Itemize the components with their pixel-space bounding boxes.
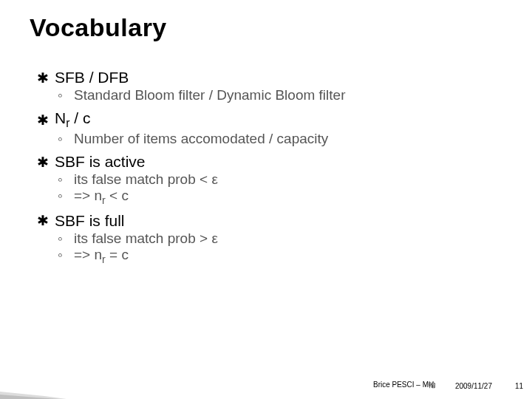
main-list: ✱ SFB / DFB ◦ Standard Bloom filter / Dy…	[30, 69, 502, 265]
item-head: ✱ SBF is active	[37, 153, 502, 171]
sub-item: ◦ its false match prob < ε	[58, 171, 502, 188]
sub-item-text: Number of items accomodated / capacity	[74, 131, 328, 147]
item-head-text: SBF is full	[55, 212, 125, 230]
list-item: ✱ SBF is full ◦ its false match prob > ε…	[37, 212, 502, 265]
sub-bullet-icon: ◦	[58, 131, 68, 147]
sub-bullet-icon: ◦	[58, 188, 68, 204]
item-head: ✱ SFB / DFB	[37, 69, 502, 86]
bullet-icon: ✱	[37, 71, 46, 85]
footer-date: 2009/11/27	[455, 382, 492, 390]
sub-item-text: its false match prob < ε	[74, 171, 218, 188]
sub-list: ◦ its false match prob < ε ◦ => nr < c	[37, 171, 502, 206]
sub-item: ◦ Number of items accomodated / capacity	[58, 131, 502, 147]
corner-decoration-icon	[0, 377, 66, 399]
sub-item: ◦ Standard Bloom filter / Dynamic Bloom …	[58, 87, 502, 103]
slide-content: Vocabulary ✱ SFB / DFB ◦ Standard Bloom …	[0, 0, 532, 265]
sub-item: ◦ => nr = c	[58, 247, 502, 265]
sub-bullet-icon: ◦	[58, 231, 68, 247]
footer-page-number: 11	[515, 382, 523, 390]
list-item: ✱ SFB / DFB ◦ Standard Bloom filter / Dy…	[37, 69, 502, 103]
sub-item: ◦ its false match prob > ε	[58, 231, 502, 247]
slide-title: Vocabulary	[30, 13, 502, 42]
sub-item: ◦ => nr < c	[58, 188, 502, 206]
list-item: ✱ SBF is active ◦ its false match prob <…	[37, 153, 502, 206]
item-head-text: Nr / c	[55, 109, 90, 130]
sub-bullet-icon: ◦	[58, 247, 68, 263]
item-head-text: SBF is active	[55, 153, 146, 171]
item-head: ✱ SBF is full	[37, 212, 502, 230]
sub-item-text: its false match prob > ε	[74, 231, 218, 247]
bullet-icon: ✱	[37, 214, 46, 228]
sub-item-text: Standard Bloom filter / Dynamic Bloom fi…	[74, 87, 345, 103]
sub-bullet-icon: ◦	[58, 171, 68, 188]
bullet-icon: ✱	[37, 155, 46, 169]
sub-list: ◦ its false match prob > ε ◦ => nr = c	[37, 231, 502, 265]
sub-list: ◦ Number of items accomodated / capacity	[37, 131, 502, 147]
sub-item-text: => nr < c	[74, 188, 129, 206]
item-head: ✱ Nr / c	[37, 109, 502, 130]
footer-author: Brice PESCI – M輪	[373, 380, 436, 390]
sub-bullet-icon: ◦	[58, 87, 68, 103]
bullet-icon: ✱	[37, 113, 46, 127]
sub-list: ◦ Standard Bloom filter / Dynamic Bloom …	[37, 87, 502, 103]
list-item: ✱ Nr / c ◦ Number of items accomodated /…	[37, 109, 502, 147]
sub-item-text: => nr = c	[74, 247, 129, 265]
item-head-text: SFB / DFB	[55, 69, 129, 86]
